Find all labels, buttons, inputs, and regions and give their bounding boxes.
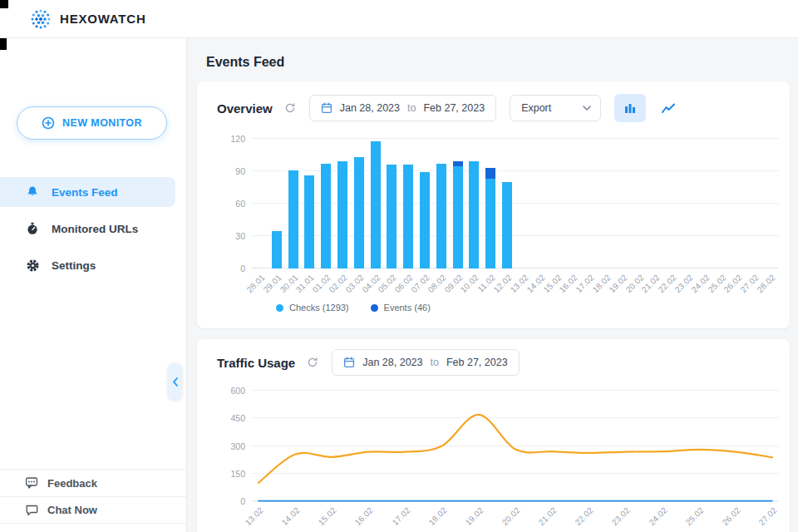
x-axis-label: 07.02 xyxy=(410,273,431,294)
bar-slot: 26.02 xyxy=(730,139,746,268)
x-axis-label: 24.02 xyxy=(647,505,668,527)
new-monitor-button[interactable]: NEW MONITOR xyxy=(17,106,167,140)
date-range-start: Jan 28, 2023 xyxy=(340,102,400,114)
bar-slot: 24.02 xyxy=(697,139,713,268)
page-title: Events Feed xyxy=(206,55,284,70)
bar-slot: 08.02 xyxy=(433,139,450,268)
traffic-card-header: Traffic Usage Jan 28, 2023 to Feb 27, 20… xyxy=(197,339,790,386)
overview-date-range-picker[interactable]: Jan 28, 2023 to Feb 27, 2023 xyxy=(309,95,496,121)
checks-bar[interactable] xyxy=(436,164,446,268)
line-chart-toggle[interactable] xyxy=(654,94,682,122)
bell-icon xyxy=(25,185,40,199)
legend-item[interactable]: Checks (1293) xyxy=(276,303,349,313)
x-axis-label: 20.02 xyxy=(623,273,645,294)
checks-bar[interactable] xyxy=(288,170,298,268)
checks-bar[interactable] xyxy=(469,161,479,268)
bar-slot: 02.02 xyxy=(334,139,351,268)
bar-slot: 10.02 xyxy=(466,139,483,268)
x-axis-label: 13.02 xyxy=(244,505,265,527)
sidebar-item-settings[interactable]: Settings xyxy=(0,250,175,280)
date-range-start: Jan 28, 2023 xyxy=(362,357,422,368)
bar-slot: 05.02 xyxy=(384,139,401,268)
events-bar[interactable] xyxy=(485,168,495,179)
traffic-card: Traffic Usage Jan 28, 2023 to Feb 27, 20… xyxy=(197,339,790,532)
x-axis-label: 18.02 xyxy=(591,273,613,294)
line-traffic xyxy=(259,415,772,483)
x-axis-label: 30.01 xyxy=(278,273,299,294)
bar-slot: 12.02 xyxy=(499,139,515,268)
y-axis-label: 450 xyxy=(215,413,245,423)
x-axis-label: 21.02 xyxy=(537,505,559,527)
checks-bar[interactable] xyxy=(337,161,347,268)
bar-chart-toggle[interactable] xyxy=(614,94,646,122)
date-range-end: Feb 27, 2023 xyxy=(446,357,508,368)
refresh-icon[interactable] xyxy=(284,102,296,114)
y-axis-label: 60 xyxy=(215,199,245,209)
x-axis-label: 27.02 xyxy=(757,505,779,527)
new-monitor-label: NEW MONITOR xyxy=(62,117,142,129)
sidebar-item-monitored-urls[interactable]: Monitored URLs xyxy=(0,214,175,244)
x-axis-label: 10.02 xyxy=(459,273,480,294)
traffic-title: Traffic Usage xyxy=(217,356,295,370)
chat-now-label: Chat Now xyxy=(47,504,97,516)
x-axis-label: 14.02 xyxy=(280,505,302,527)
bar-slot: 17.02 xyxy=(581,139,598,268)
x-axis-label: 12.02 xyxy=(492,273,514,294)
stopwatch-icon xyxy=(25,222,40,235)
y-axis-label: 0 xyxy=(215,264,245,273)
app-header: HEXOWATCH xyxy=(0,0,798,38)
checks-bar[interactable] xyxy=(502,182,512,268)
refresh-icon[interactable] xyxy=(307,357,318,368)
checks-bar[interactable] xyxy=(403,165,413,268)
sidebar-item-label: Settings xyxy=(52,259,96,272)
feedback-button[interactable]: Feedback xyxy=(0,469,186,496)
export-dropdown[interactable]: Export xyxy=(510,95,601,121)
bar-slot: 01.02 xyxy=(318,139,334,268)
checks-bar[interactable] xyxy=(272,231,282,269)
checks-bar[interactable] xyxy=(485,179,495,268)
chevron-down-icon xyxy=(583,106,591,111)
sidebar-nav: Events Feed Monitored URLs Settings xyxy=(0,177,186,287)
x-axis-label: 14.02 xyxy=(525,273,546,294)
x-axis-label: 03.02 xyxy=(343,273,365,294)
x-axis-label: 04.02 xyxy=(360,273,382,294)
sidebar-item-events-feed[interactable]: Events Feed xyxy=(0,177,175,207)
checks-bar[interactable] xyxy=(304,175,314,268)
x-axis-label: 28.02 xyxy=(756,273,777,294)
legend-label: Checks (1293) xyxy=(289,303,349,313)
bar-slot: 06.02 xyxy=(400,139,416,268)
main-content: Events Feed Overview Jan 28, 2023 to Feb… xyxy=(187,38,798,532)
x-axis-label: 15.02 xyxy=(541,273,563,294)
y-axis-label: 150 xyxy=(215,469,245,479)
chat-now-button[interactable]: Chat Now xyxy=(0,496,186,524)
x-axis-label: 17.02 xyxy=(390,505,411,527)
x-axis-label: 13.02 xyxy=(508,273,530,294)
x-axis-label: 27.02 xyxy=(739,273,761,294)
calendar-icon xyxy=(321,102,332,114)
checks-bar[interactable] xyxy=(354,157,364,268)
bar-slot: 04.02 xyxy=(367,139,384,268)
x-axis-label: 08.02 xyxy=(426,273,447,294)
x-axis-label: 17.02 xyxy=(574,273,596,294)
bar-slot: 09.02 xyxy=(450,139,466,268)
chevron-left-icon xyxy=(172,377,179,387)
bar-slot: 15.02 xyxy=(549,139,565,268)
checks-bar[interactable] xyxy=(420,172,430,268)
x-axis-label: 20.02 xyxy=(500,505,522,527)
checks-bar[interactable] xyxy=(371,141,381,268)
legend-item[interactable]: Events (46) xyxy=(371,303,431,313)
bar-slot: 14.02 xyxy=(532,139,549,268)
checks-bar[interactable] xyxy=(453,166,463,269)
bar-slot: 22.02 xyxy=(663,139,680,268)
overview-card: Overview Jan 28, 2023 to Feb 27, 2023 Ex… xyxy=(197,81,790,328)
x-axis-label: 18.02 xyxy=(426,505,448,527)
feedback-label: Feedback xyxy=(47,477,97,490)
bar-slot: 31.01 xyxy=(301,139,318,268)
line-chart-icon xyxy=(662,103,675,114)
collapse-sidebar-button[interactable] xyxy=(168,363,182,400)
checks-bar[interactable] xyxy=(321,164,331,268)
screen-artifact xyxy=(0,38,7,50)
checks-bar[interactable] xyxy=(387,165,397,268)
x-axis-label: 22.02 xyxy=(657,273,678,294)
traffic-date-range-picker[interactable]: Jan 28, 2023 to Feb 27, 2023 xyxy=(332,349,519,376)
